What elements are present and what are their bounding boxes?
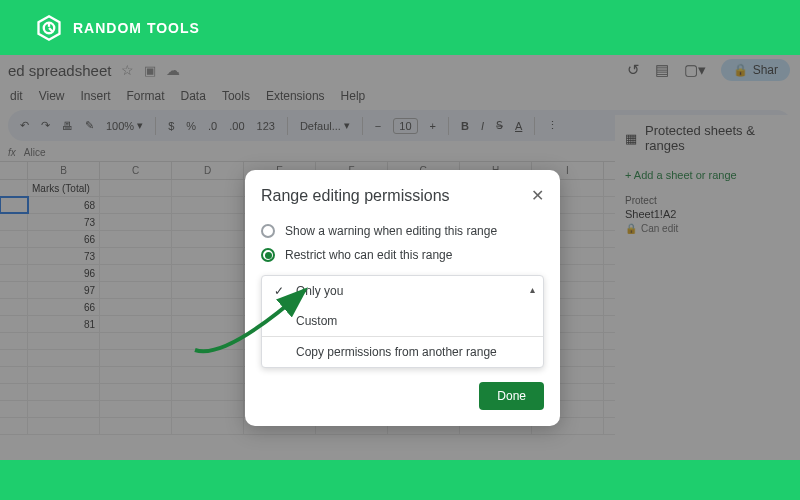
redo-icon[interactable]: ↷ bbox=[41, 119, 50, 132]
cell[interactable] bbox=[172, 282, 244, 298]
cell[interactable] bbox=[100, 418, 172, 434]
cell[interactable] bbox=[172, 180, 244, 196]
menu-tools[interactable]: Tools bbox=[222, 89, 250, 103]
menu-format[interactable]: Format bbox=[127, 89, 165, 103]
permission-dropdown[interactable]: ▴ Only you Custom Copy permissions from … bbox=[261, 275, 544, 368]
share-button[interactable]: 🔒Shar bbox=[721, 59, 790, 81]
format-123[interactable]: 123 bbox=[257, 120, 275, 132]
cell[interactable] bbox=[28, 333, 100, 349]
cell[interactable] bbox=[28, 384, 100, 400]
more-icon[interactable]: ⋮ bbox=[547, 119, 558, 132]
cell[interactable] bbox=[100, 299, 172, 315]
radio-restrict[interactable]: Restrict who can edit this range bbox=[261, 243, 544, 267]
cell[interactable]: 96 bbox=[28, 265, 100, 281]
cell[interactable]: 66 bbox=[28, 299, 100, 315]
history-icon[interactable]: ↺ bbox=[627, 61, 640, 79]
font-select[interactable]: Defaul... ▾ bbox=[300, 119, 350, 132]
menu-help[interactable]: Help bbox=[341, 89, 366, 103]
cell[interactable] bbox=[172, 265, 244, 281]
cell[interactable]: 66 bbox=[28, 231, 100, 247]
cell[interactable] bbox=[0, 350, 28, 366]
zoom-select[interactable]: 100% ▾ bbox=[106, 119, 143, 132]
menu-edit[interactable]: dit bbox=[10, 89, 23, 103]
cell[interactable] bbox=[100, 231, 172, 247]
cell[interactable] bbox=[172, 401, 244, 417]
percent-button[interactable]: % bbox=[186, 120, 196, 132]
paint-icon[interactable]: ✎ bbox=[85, 119, 94, 132]
dropdown-option-custom[interactable]: Custom bbox=[262, 306, 543, 336]
cell[interactable] bbox=[0, 197, 28, 213]
cell[interactable]: Marks (Total) bbox=[28, 180, 100, 196]
dropdown-option-copy[interactable]: Copy permissions from another range bbox=[262, 337, 543, 367]
strike-button[interactable]: S̶ bbox=[496, 119, 503, 132]
col-head[interactable]: D bbox=[172, 162, 244, 179]
cell[interactable] bbox=[100, 367, 172, 383]
cell[interactable]: 81 bbox=[28, 316, 100, 332]
cell[interactable] bbox=[0, 180, 28, 196]
cell[interactable] bbox=[100, 316, 172, 332]
cloud-icon[interactable]: ☁ bbox=[166, 62, 180, 78]
italic-button[interactable]: I bbox=[481, 120, 484, 132]
currency-button[interactable]: $ bbox=[168, 120, 174, 132]
cell[interactable] bbox=[172, 367, 244, 383]
comment-icon[interactable]: ▤ bbox=[655, 61, 669, 79]
col-head[interactable]: B bbox=[28, 162, 100, 179]
cell[interactable] bbox=[172, 350, 244, 366]
cell[interactable] bbox=[0, 333, 28, 349]
cell[interactable] bbox=[0, 401, 28, 417]
radio-warning[interactable]: Show a warning when editing this range bbox=[261, 219, 544, 243]
cell[interactable]: 73 bbox=[28, 248, 100, 264]
cell[interactable] bbox=[100, 248, 172, 264]
cell[interactable] bbox=[100, 265, 172, 281]
cell[interactable] bbox=[0, 265, 28, 281]
cell[interactable] bbox=[0, 418, 28, 434]
font-decrease[interactable]: − bbox=[375, 120, 381, 132]
cell[interactable] bbox=[0, 316, 28, 332]
cell[interactable] bbox=[0, 214, 28, 230]
close-icon[interactable]: ✕ bbox=[531, 186, 544, 205]
doc-title[interactable]: ed spreadsheet bbox=[8, 62, 111, 79]
cell[interactable] bbox=[0, 384, 28, 400]
undo-icon[interactable]: ↶ bbox=[20, 119, 29, 132]
cell[interactable] bbox=[100, 282, 172, 298]
cell[interactable] bbox=[172, 231, 244, 247]
cell[interactable] bbox=[0, 367, 28, 383]
cell[interactable] bbox=[100, 333, 172, 349]
cell[interactable] bbox=[28, 401, 100, 417]
cell[interactable] bbox=[100, 384, 172, 400]
menu-view[interactable]: View bbox=[39, 89, 65, 103]
meet-icon[interactable]: ▢▾ bbox=[684, 61, 706, 79]
dec-increase[interactable]: .00 bbox=[229, 120, 244, 132]
add-range-link[interactable]: + Add a sheet or range bbox=[625, 163, 790, 187]
cell[interactable]: 73 bbox=[28, 214, 100, 230]
font-increase[interactable]: + bbox=[430, 120, 436, 132]
cell[interactable] bbox=[172, 214, 244, 230]
cell[interactable] bbox=[0, 248, 28, 264]
cell[interactable] bbox=[28, 350, 100, 366]
menu-extensions[interactable]: Extensions bbox=[266, 89, 325, 103]
cell[interactable] bbox=[28, 418, 100, 434]
menu-data[interactable]: Data bbox=[181, 89, 206, 103]
cell[interactable]: 97 bbox=[28, 282, 100, 298]
cell[interactable] bbox=[100, 180, 172, 196]
cell[interactable]: 68 bbox=[28, 197, 100, 213]
cell[interactable] bbox=[0, 231, 28, 247]
cell[interactable] bbox=[100, 214, 172, 230]
cell[interactable] bbox=[28, 367, 100, 383]
cell[interactable] bbox=[172, 197, 244, 213]
move-icon[interactable]: ▣ bbox=[144, 63, 156, 78]
cell[interactable] bbox=[172, 418, 244, 434]
cell[interactable] bbox=[0, 282, 28, 298]
bold-button[interactable]: B bbox=[461, 120, 469, 132]
cell[interactable] bbox=[172, 248, 244, 264]
text-color[interactable]: A bbox=[515, 120, 522, 132]
protected-range[interactable]: Sheet1!A2 bbox=[625, 208, 790, 220]
star-icon[interactable]: ☆ bbox=[121, 62, 134, 78]
col-head[interactable]: C bbox=[100, 162, 172, 179]
col-a-stub[interactable] bbox=[0, 162, 28, 179]
cell[interactable] bbox=[100, 350, 172, 366]
done-button[interactable]: Done bbox=[479, 382, 544, 410]
cell[interactable] bbox=[172, 333, 244, 349]
menu-insert[interactable]: Insert bbox=[80, 89, 110, 103]
dropdown-option-only-you[interactable]: Only you bbox=[262, 276, 543, 306]
